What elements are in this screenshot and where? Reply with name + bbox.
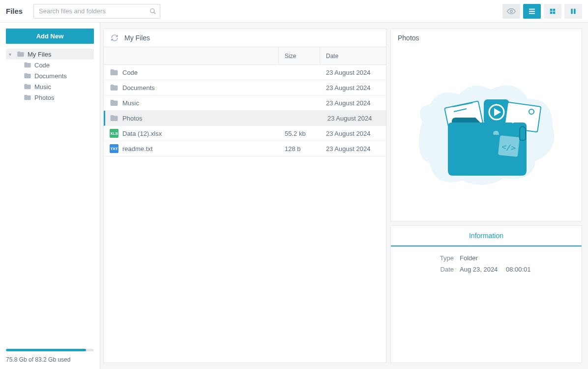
file-listing-header: My Files (104, 29, 386, 47)
info-type-value: Folder (460, 254, 582, 262)
table-row[interactable]: TXTreadme.txt128 b23 August 2024 (104, 141, 386, 156)
storage-meter-fill (6, 349, 86, 351)
folder-icon (24, 72, 31, 80)
app-title: Files (6, 7, 28, 15)
grid-view-button[interactable] (544, 4, 561, 19)
table-row[interactable]: XLSData (12).xlsx55.2 kb23 August 2024 (104, 126, 386, 141)
folder-tree: ▾ My Files CodeDocumentsMusicPhotos (6, 49, 94, 343)
file-name: readme.txt (122, 145, 152, 153)
table-header: Size Date (104, 47, 386, 65)
tree-item-code[interactable]: Code (21, 60, 94, 70)
sidebar: Add New ▾ My Files CodeDocumentsMusicPho… (0, 23, 100, 369)
info-panel: Information Type Folder Date Aug 23, 202… (390, 225, 582, 363)
svg-rect-4 (529, 11, 535, 12)
file-name: Music (122, 99, 139, 107)
info-tab[interactable]: Information (391, 226, 582, 246)
list-icon (528, 7, 536, 15)
breadcrumb: My Files (124, 34, 150, 42)
tree-item-label: My Files (28, 51, 51, 58)
search-input[interactable] (33, 4, 160, 19)
file-size: 128 b (279, 141, 320, 156)
topbar: Files (0, 0, 588, 23)
refresh-icon[interactable] (111, 34, 118, 42)
info-date-value: Aug 23, 2024 08:00:01 (460, 266, 582, 273)
file-size (279, 80, 320, 95)
file-size (279, 95, 320, 110)
file-name: Data (12).xlsx (122, 130, 162, 137)
columns-icon (570, 8, 577, 15)
tree-item-label: Music (34, 83, 51, 91)
folder-icon (110, 83, 118, 92)
file-name: Documents (122, 84, 155, 92)
svg-rect-7 (553, 8, 556, 11)
txt-file-icon: TXT (110, 144, 118, 153)
tree-item-music[interactable]: Music (21, 81, 94, 92)
column-header-name[interactable] (104, 47, 279, 64)
folder-icon (24, 83, 31, 91)
preview-title: Photos (391, 29, 582, 47)
grid-icon (549, 8, 556, 15)
file-date: 23 August 2024 (320, 95, 386, 110)
tree-item-photos[interactable]: Photos (21, 92, 94, 103)
preview-toggle-button[interactable] (502, 4, 520, 19)
table-row[interactable]: Photos23 August 2024 (104, 111, 386, 126)
tree-item-label: Code (34, 62, 50, 69)
table-row[interactable]: Documents23 August 2024 (104, 80, 386, 95)
table-row[interactable]: Code23 August 2024 (104, 65, 386, 80)
tree-item-documents[interactable]: Documents (21, 70, 94, 81)
svg-rect-9 (553, 11, 556, 14)
info-type-label: Type (391, 254, 460, 262)
column-header-size[interactable]: Size (279, 47, 320, 64)
svg-rect-11 (574, 8, 576, 14)
folder-icon (24, 61, 31, 69)
table-row[interactable]: Music23 August 2024 (104, 95, 386, 111)
file-name: Photos (122, 115, 142, 122)
file-date: 23 August 2024 (322, 111, 386, 125)
file-size (280, 111, 322, 125)
search-field[interactable] (33, 4, 160, 19)
xls-file-icon: XLS (110, 129, 118, 138)
folder-icon (110, 114, 118, 123)
file-listing-panel: My Files Size Date Code23 August 2024Doc… (103, 29, 386, 363)
file-date: 23 August 2024 (320, 126, 386, 141)
file-size: 55.2 kb (279, 126, 320, 141)
tree-root-my-files[interactable]: ▾ My Files (6, 49, 94, 60)
list-view-button[interactable] (523, 4, 541, 19)
storage-meter: 75.8 Gb of 83.2 Gb used (6, 343, 94, 363)
file-name: Code (122, 69, 138, 76)
svg-rect-8 (550, 11, 553, 14)
svg-rect-10 (571, 8, 573, 14)
folder-icon (24, 93, 31, 101)
columns-view-button[interactable] (564, 4, 582, 19)
tree-item-label: Documents (34, 72, 67, 80)
storage-text: 75.8 Gb of 83.2 Gb used (6, 356, 94, 363)
file-date: 23 August 2024 (320, 141, 386, 156)
tree-item-label: Photos (34, 94, 54, 101)
folder-icon (110, 98, 118, 107)
view-mode-buttons (502, 4, 582, 19)
file-date: 23 August 2024 (320, 80, 386, 95)
svg-rect-3 (529, 8, 535, 9)
folder-illustration-icon: </> (412, 77, 560, 190)
svg-point-2 (510, 10, 513, 12)
info-grid: Type Folder Date Aug 23, 2024 08:00:01 (391, 252, 582, 275)
svg-rect-6 (550, 8, 553, 11)
column-header-date[interactable]: Date (320, 47, 386, 64)
folder-icon (110, 68, 118, 77)
folder-icon (17, 50, 25, 58)
preview-panel: Photos </> (390, 29, 582, 221)
file-date: 23 August 2024 (320, 65, 386, 80)
svg-text:</>: </> (501, 142, 516, 153)
file-size (279, 65, 320, 80)
info-date-label: Date (391, 266, 460, 273)
storage-meter-track (6, 349, 94, 351)
chevron-down-icon: ▾ (9, 52, 14, 57)
preview-illustration: </> (391, 47, 582, 221)
svg-rect-5 (529, 13, 535, 14)
table-body: Code23 August 2024Documents23 August 202… (104, 65, 386, 363)
add-new-button[interactable]: Add New (6, 29, 94, 44)
eye-icon (507, 7, 516, 16)
